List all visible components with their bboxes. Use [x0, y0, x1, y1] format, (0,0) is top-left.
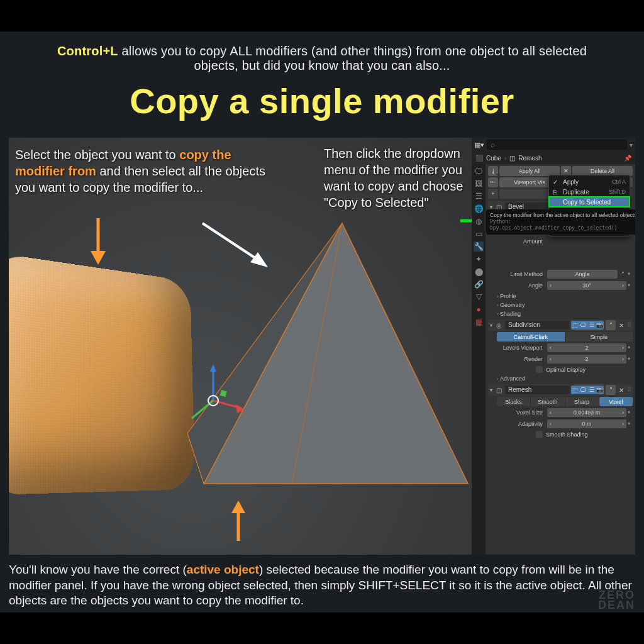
delete-icon[interactable]: ✕ [618, 387, 625, 394]
tab-render-icon[interactable]: 🖵 [474, 166, 484, 176]
blocks-option[interactable]: Blocks [497, 397, 531, 406]
properties-panel: ▦▾ ▾ ⬛ Cube › ◫ Remesh 📌 🖵 🖼 ☰ 🌐 ◍ [472, 138, 635, 555]
menu-copy-to-selected[interactable]: Copy to Selected [549, 197, 630, 207]
adaptivity-value[interactable]: 0 m [547, 419, 626, 428]
filter-icon[interactable]: ▾ [630, 142, 633, 148]
drag-handle-icon[interactable]: ⠿ [627, 387, 631, 393]
tab-constraints-icon[interactable]: 🔗 [474, 279, 484, 289]
remesh-header[interactable]: ▾ ◫ Remesh ⬚🖵☰📷 ˅ ✕ ⠿ [488, 384, 633, 396]
watermark: ZERO DEAN [598, 590, 635, 610]
remesh-mode-segment: Blocks Smooth Sharp Voxel [497, 397, 633, 406]
smooth-shading-checkbox[interactable]: Smooth Shading [536, 431, 633, 438]
tab-world-icon[interactable]: ◍ [474, 216, 484, 226]
checkbox-icon [536, 431, 543, 438]
modifier-subdivision: ▾ ◎ Subdivision ⬚🖵☰📷 ˅ ✕ ⠿ Catmull-Clark… [488, 319, 633, 382]
smooth-option[interactable]: Smooth [531, 397, 565, 406]
arrow-right-icon [459, 216, 472, 226]
remesh-icon: ◫ [494, 387, 503, 394]
angle-value[interactable]: 30° [547, 281, 626, 290]
tab-data-icon[interactable]: ▽ [474, 292, 484, 302]
instruction-left: Select the object you want to copy the m… [15, 147, 267, 196]
drag-handle-icon[interactable]: ⠿ [627, 322, 631, 328]
subdiv-icon: ◎ [494, 322, 503, 329]
catmull-option[interactable]: Catmull-Clark [497, 332, 565, 341]
chevron-down-icon[interactable]: ▾ [490, 387, 492, 393]
subdiv-dropdown-button[interactable]: ˅ [606, 320, 616, 330]
tab-material-icon[interactable]: ● [474, 304, 484, 314]
tab-object-icon[interactable]: ▭ [474, 229, 484, 239]
editor-type-icon[interactable]: ▦▾ [474, 141, 484, 149]
levels-viewport-label: Levels Viewport [497, 345, 546, 351]
copy-icon: ⎘ [553, 189, 559, 196]
tab-output-icon[interactable]: 🖼 [474, 179, 484, 189]
remesh-display-toggles[interactable]: ⬚🖵☰📷 [571, 386, 604, 394]
check-icon: ✓ [553, 179, 559, 186]
sharp-option[interactable]: Sharp [565, 397, 599, 406]
intro-text: Control+L allows you to copy ALL modifie… [38, 44, 606, 73]
chevron-down-icon[interactable]: ▾ [490, 323, 492, 328]
search-input[interactable] [487, 140, 627, 150]
render-label: Render [497, 356, 546, 362]
tab-physics-icon[interactable]: ⬤ [474, 267, 484, 277]
delete-icon[interactable]: ✕ [618, 322, 625, 329]
subdiv-header[interactable]: ▾ ◎ Subdivision ⬚🖵☰📷 ˅ ✕ ⠿ [488, 319, 633, 331]
properties-body: 🖵 🖼 ☰ 🌐 ◍ ▭ 🔧 ✦ ⬤ 🔗 ▽ ● ▦ ⭳ [472, 164, 635, 555]
remesh-dropdown-button[interactable]: ˅ [606, 385, 616, 395]
crumb-object[interactable]: Cube [486, 155, 501, 162]
chevron-down-icon[interactable]: ˅ [619, 271, 626, 278]
cube-object[interactable] [9, 252, 195, 495]
tab-viewlayer-icon[interactable]: ☰ [474, 191, 484, 201]
tooltip: Copy the modifier from the active object… [486, 209, 635, 235]
voxel-size-value[interactable]: 0.00493 m [547, 408, 626, 417]
voxel-size-label: Voxel Size [497, 409, 546, 416]
download-icon[interactable]: ⭳ [488, 166, 498, 176]
profile-section[interactable]: Profile [497, 293, 633, 299]
subdiv-name-field[interactable]: Subdivision [505, 321, 569, 330]
advanced-section[interactable]: Advanced [497, 375, 633, 382]
levels-viewport-value[interactable]: 2 [547, 343, 626, 352]
voxel-option[interactable]: Voxel [599, 397, 633, 406]
object-icon[interactable]: ⬛ [475, 155, 483, 162]
page-title: Copy a single modifier [38, 80, 606, 121]
arrow-up-icon [229, 499, 248, 543]
arrow-diagonal-icon [197, 219, 273, 270]
header: Control+L allows you to copy ALL modifie… [0, 31, 644, 136]
plus-icon[interactable]: + [488, 189, 498, 199]
arrow-down-icon [84, 216, 109, 266]
letterbox-bottom [0, 613, 644, 644]
viewport-3d[interactable]: Select the object you want to copy the m… [9, 138, 472, 555]
menu-duplicate[interactable]: ⎘ Duplicate Shift D [549, 187, 630, 197]
page-root: Control+L allows you to copy ALL modifie… [0, 0, 644, 644]
pin-icon[interactable]: 📌 [624, 155, 631, 162]
expand-icon[interactable]: ⭰ [488, 177, 498, 187]
checkbox-icon [536, 366, 543, 373]
simple-option[interactable]: Simple [565, 332, 633, 341]
tab-texture-icon[interactable]: ▦ [474, 317, 484, 327]
limit-method-label: Limit Method [497, 271, 546, 277]
optimal-display-checkbox[interactable]: Optimal Display [536, 366, 633, 373]
breadcrumb: ⬛ Cube › ◫ Remesh 📌 [472, 152, 635, 164]
limit-method-value[interactable]: Angle [547, 270, 618, 279]
subdiv-type-segment: Catmull-Clark Simple [497, 332, 633, 341]
properties-tabs: 🖵 🖼 ☰ 🌐 ◍ ▭ 🔧 ✦ ⬤ 🔗 ▽ ● ▦ [472, 164, 486, 555]
modifier-bevel: ▾ ◫ Bevel ⬚🖵☰ ˅ ⠿ Vertices Width Type Am… [488, 201, 633, 317]
content-row: Select the object you want to copy the m… [0, 136, 644, 555]
shading-section[interactable]: Shading [497, 311, 633, 317]
render-value[interactable]: 2 [547, 355, 626, 364]
subdiv-display-toggles[interactable]: ⬚🖵☰📷 [571, 321, 604, 330]
svg-marker-10 [91, 251, 106, 265]
crumb-modifier[interactable]: Remesh [518, 155, 541, 162]
tab-particles-icon[interactable]: ✦ [474, 254, 484, 264]
adaptivity-label: Adaptivity [497, 421, 546, 427]
panel-top-row: ▦▾ ▾ [472, 138, 635, 152]
menu-apply[interactable]: ✓ Apply Ctrl A [549, 177, 630, 187]
angle-label: Angle [497, 282, 546, 289]
svg-marker-12 [231, 501, 245, 513]
tab-scene-icon[interactable]: 🌐 [474, 204, 484, 214]
remesh-name-field[interactable]: Remesh [505, 386, 569, 394]
tab-modifiers-icon[interactable]: 🔧 [474, 242, 484, 252]
modifier-list: ⭳ Apply All ✕ Delete All ⭰ Viewport Vis … [486, 164, 635, 555]
geometry-section[interactable]: Geometry [497, 302, 633, 308]
footer: You'll know you have the correct (active… [0, 555, 644, 613]
modifier-icon: ◫ [509, 155, 515, 162]
